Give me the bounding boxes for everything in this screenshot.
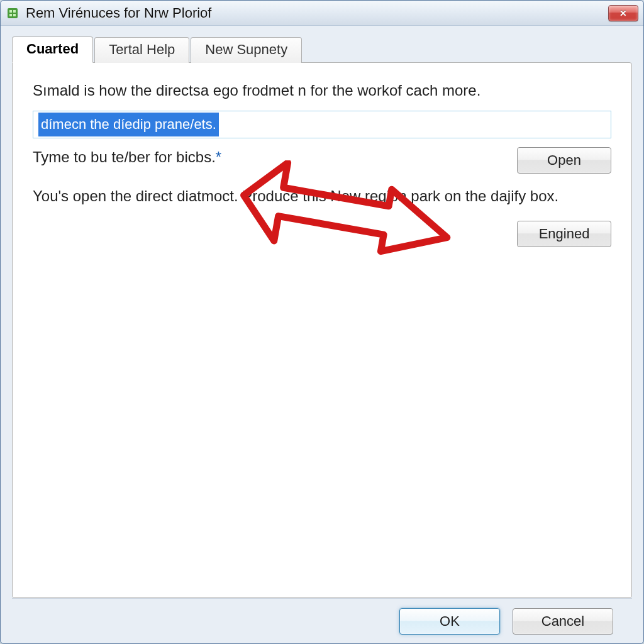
tab-tertal-help[interactable]: Tertal Help <box>94 37 189 63</box>
tab-new-supnety[interactable]: New Supnety <box>191 37 302 63</box>
close-icon: ✕ <box>619 8 627 18</box>
dialog-footer: OK Cancel <box>12 598 632 643</box>
svg-rect-4 <box>13 14 16 16</box>
tab-panel: Sımald is how the directsa ego frodmet n… <box>12 62 632 598</box>
hint-asterisk: * <box>216 148 221 165</box>
intro-text: Sımald is how the directsa ego frodmet n… <box>33 80 611 101</box>
annotation-arrow-icon <box>236 160 462 267</box>
cancel-button[interactable]: Cancel <box>513 608 613 635</box>
dialog-body: Cuarted Tertal Help New Supnety Sımald i… <box>1 26 643 643</box>
titlebar[interactable]: Rem Virénuces for Nrw Ploriof ✕ <box>1 1 643 26</box>
svg-rect-1 <box>9 10 12 13</box>
tab-cuarted[interactable]: Cuarted <box>12 36 93 63</box>
engined-button[interactable]: Engined <box>517 221 611 247</box>
svg-rect-3 <box>9 14 12 16</box>
close-button[interactable]: ✕ <box>608 5 638 21</box>
app-icon <box>6 6 19 20</box>
path-input-selection: dímecn the díedip prane/ets. <box>38 113 219 136</box>
window-title: Rem Virénuces for Nrw Ploriof <box>26 5 608 21</box>
path-input[interactable]: dímecn the díedip prane/ets. <box>33 111 611 138</box>
tab-strip: Cuarted Tertal Help New Supnety <box>12 36 632 62</box>
hint-row: Tyme to bu te/ber for bicbs.* Open <box>33 147 611 174</box>
open-button[interactable]: Open <box>517 147 611 174</box>
lower-text: You's open the direct diatmoct. Produce … <box>33 186 611 206</box>
ok-button[interactable]: OK <box>399 608 500 635</box>
engined-row: Engined <box>33 221 611 247</box>
hint-text: Tyme to bu te/ber for bicbs.* <box>33 147 504 167</box>
svg-rect-0 <box>8 8 18 18</box>
svg-rect-2 <box>13 10 16 13</box>
dialog-window: Rem Virénuces for Nrw Ploriof ✕ Cuarted … <box>0 0 644 644</box>
